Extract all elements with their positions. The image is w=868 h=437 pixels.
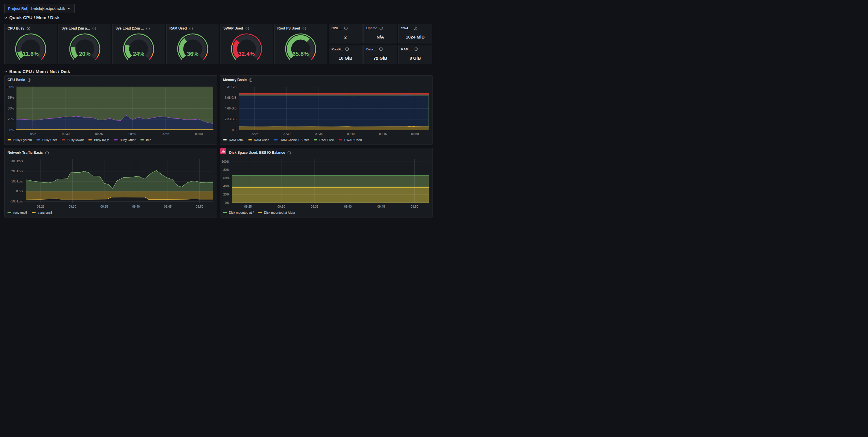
legend-item-recv-ens5[interactable]: recv ens5 [7, 211, 27, 214]
panel-title[interactable]: Disk Space Used, EBS IO Balance [229, 151, 285, 155]
svg-text:09:35: 09:35 [95, 132, 103, 136]
legend-label: Idle [146, 138, 151, 142]
panel-stat-cpu: CPU ...2 [329, 24, 363, 43]
panel-title[interactable]: Sys Load (15m ... [116, 26, 144, 30]
legend-item-busy-iowait[interactable]: Busy Iowait [62, 138, 84, 142]
svg-text:20%: 20% [223, 193, 229, 196]
info-icon[interactable] [414, 47, 418, 51]
panel-title[interactable]: RootF... [332, 47, 343, 51]
legend-label: Busy Other [120, 138, 136, 142]
svg-text:09:40: 09:40 [128, 132, 136, 136]
svg-text:0%: 0% [9, 128, 14, 132]
memory-basic-chart: 0 B2.33 GiB4.66 GiB6.98 GiB9.31 GiB09:25… [220, 76, 433, 145]
section-basic-cpu-mem-net-disk[interactable]: Basic CPU / Mem / Net / Disk [4, 69, 70, 74]
panel-title[interactable]: Sys Load (5m a... [62, 26, 90, 30]
info-icon[interactable] [146, 27, 150, 30]
legend-item-busy-irqs[interactable]: Busy IRQs [88, 138, 110, 142]
legend-item-busy-other[interactable]: Busy Other [114, 138, 136, 142]
info-icon[interactable] [92, 27, 96, 30]
svg-text:09:40: 09:40 [132, 205, 140, 208]
svg-text:300 kb/s: 300 kb/s [11, 159, 23, 163]
legend-item-swap-used[interactable]: SWAP Used [339, 138, 362, 142]
gauge: 11.6% [7, 32, 54, 62]
info-icon[interactable] [28, 78, 31, 82]
gauge: 32.4% [223, 32, 270, 62]
legend-item-busy-system[interactable]: Busy System [7, 138, 32, 142]
legend-item-ram-total[interactable]: RAM Total [223, 138, 244, 142]
info-icon[interactable] [189, 27, 193, 30]
legend-item-ram-cache-buffer[interactable]: RAM Cache + Buffer [274, 138, 309, 142]
gauge: 24% [116, 32, 162, 62]
info-icon[interactable] [379, 26, 383, 30]
svg-text:200 kb/s: 200 kb/s [11, 169, 23, 173]
panel-title[interactable]: Network Traffic Basic [7, 151, 43, 155]
panel-title[interactable]: CPU Basic [7, 78, 25, 82]
svg-text:6.98 GiB: 6.98 GiB [225, 96, 237, 99]
legend-item-disk-mounted-at-data[interactable]: Disk mounted at /data [258, 211, 295, 214]
stat-value: 1024 MiB [399, 34, 432, 39]
panel-gauge-root-fs-used: Root FS Used65.8% [274, 24, 327, 64]
legend-swatch [88, 139, 92, 141]
svg-text:09:25: 09:25 [29, 132, 36, 136]
legend-item-trans-ens5[interactable]: trans ens5 [32, 211, 52, 214]
info-icon[interactable] [413, 26, 417, 30]
panel-title[interactable]: Memory Basic [223, 78, 247, 82]
panel-title[interactable]: RAM Used [169, 26, 187, 30]
legend-label: Busy System [13, 138, 32, 142]
info-icon[interactable] [27, 27, 30, 30]
info-icon[interactable] [344, 26, 348, 30]
legend-label: Disk mounted at /data [264, 211, 295, 214]
variable-label: Project Ref [4, 4, 31, 13]
panel-title[interactable]: SWA... [401, 26, 411, 30]
info-icon[interactable] [249, 78, 253, 82]
panel-title[interactable]: RAM ... [401, 47, 412, 51]
svg-text:09:50: 09:50 [411, 132, 418, 136]
svg-text:75%: 75% [8, 96, 14, 99]
alert-icon[interactable] [220, 148, 226, 154]
panel-title[interactable]: SWAP Used [223, 26, 243, 30]
disk-space-ebs-chart: 0%20%40%60%80%100%09:2509:3009:3509:4009… [220, 148, 433, 218]
svg-text:100%: 100% [222, 160, 229, 163]
svg-text:-100 kb/s: -100 kb/s [10, 200, 23, 203]
legend: RAM TotalRAM UsedRAM Cache + BufferRAM F… [223, 137, 431, 143]
svg-text:09:35: 09:35 [100, 205, 108, 208]
variable-dropdown[interactable]: hvdelujxlxstpxkhwbtk [28, 4, 75, 13]
info-icon[interactable] [45, 151, 49, 155]
svg-text:09:45: 09:45 [164, 205, 172, 208]
info-icon[interactable] [287, 151, 291, 155]
panel-title[interactable]: Data ... [366, 47, 377, 51]
legend-item-ram-free[interactable]: RAM Free [314, 138, 334, 142]
panel-memory-basic: Memory Basic0 B2.33 GiB4.66 GiB6.98 GiB9… [220, 75, 433, 145]
svg-text:40%: 40% [223, 184, 229, 188]
legend-item-ram-used[interactable]: RAM Used [248, 138, 269, 142]
panel-gauge-ram-used: RAM Used36% [166, 24, 219, 64]
section-title: Quick CPU / Mem / Disk [9, 15, 60, 20]
svg-text:09:40: 09:40 [344, 205, 351, 208]
panel-title[interactable]: CPU ... [332, 26, 342, 30]
legend-item-busy-user[interactable]: Busy User [36, 138, 57, 142]
panel-stat-uptime: UptimeN/A [363, 24, 397, 43]
svg-text:80%: 80% [223, 168, 229, 171]
gauge-value: 32.4% [239, 51, 255, 57]
section-title: Basic CPU / Mem / Net / Disk [9, 69, 70, 74]
legend: recv ens5trans ens5 [7, 209, 215, 216]
panel-title[interactable]: Uptime [366, 26, 377, 30]
chevron-down-icon [4, 70, 7, 73]
panel-stat-data: Data ...72 GiB [363, 45, 397, 65]
panel-title[interactable]: CPU Busy [7, 26, 24, 30]
legend-label: Disk mounted at / [229, 211, 254, 214]
info-icon[interactable] [245, 27, 249, 30]
legend-label: SWAP Used [344, 138, 362, 142]
stat-value: 10 GiB [329, 56, 362, 60]
section-quick-cpu-mem-disk[interactable]: Quick CPU / Mem / Disk [4, 15, 60, 20]
legend-swatch [339, 139, 342, 141]
info-icon[interactable] [345, 47, 349, 51]
gauge-value: 65.8% [292, 51, 309, 57]
panel-title[interactable]: Root FS Used [277, 26, 300, 30]
legend-swatch [314, 139, 317, 141]
info-icon[interactable] [379, 47, 383, 51]
legend-item-idle[interactable]: Idle [140, 138, 151, 142]
legend-item-disk-mounted-at[interactable]: Disk mounted at / [223, 211, 254, 214]
legend-swatch [248, 139, 252, 141]
info-icon[interactable] [302, 27, 306, 30]
